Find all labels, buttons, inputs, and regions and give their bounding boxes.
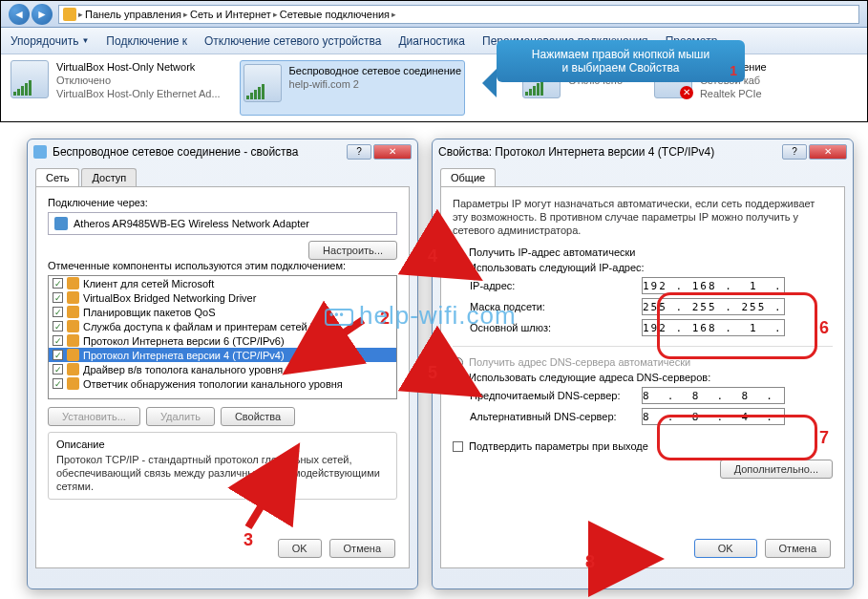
annotation-1: 1 xyxy=(730,63,737,78)
configure-button[interactable]: Настроить... xyxy=(308,241,397,260)
confirm-checkbox[interactable]: Подтвердить параметры при выходе xyxy=(453,440,833,452)
adapter-field: Atheros AR9485WB-EG Wireless Network Ada… xyxy=(48,212,397,235)
net-adapter: VirtualBox Host-Only Ethernet Ad... xyxy=(56,87,221,100)
ip-input[interactable] xyxy=(642,277,785,294)
mask-label: Маска подсети: xyxy=(470,301,632,312)
description-group: Описание Протокол TCP/IP - стандартный п… xyxy=(48,432,397,500)
net-item-vbox[interactable]: VirtualBox Host-Only Network Отключено V… xyxy=(11,60,221,116)
disconnected-icon: ✕ xyxy=(680,86,693,99)
net-status: help-wifi.com 2 xyxy=(289,77,461,91)
remove-button[interactable]: Удалить xyxy=(146,407,215,426)
net-status: Отключено xyxy=(56,74,221,87)
list-item-ipv4[interactable]: ✓Протокол Интернета версии 4 (TCP/IPv4) xyxy=(49,348,396,362)
install-button[interactable]: Установить... xyxy=(48,407,140,426)
list-item[interactable]: ✓Планировщик пакетов QoS xyxy=(49,305,396,319)
menu-organize[interactable]: Упорядочить▼ xyxy=(11,34,89,48)
list-item[interactable]: ✓Служба доступа к файлам и принтерам сет… xyxy=(49,319,396,333)
network-adapter-icon xyxy=(11,60,49,98)
wifi-adapter-icon xyxy=(243,64,282,102)
nav-back-icon[interactable]: ◄ xyxy=(9,4,30,25)
nav-fwd-icon[interactable]: ► xyxy=(32,4,53,25)
net-adapter: Realtek PCIe xyxy=(700,87,767,100)
dialog-title: Свойства: Протокол Интернета версии 4 (T… xyxy=(438,145,782,159)
list-item[interactable]: ✓Драйвер в/в тополога канального уровня xyxy=(49,362,396,376)
radio-dns-auto: Получить адрес DNS-сервера автоматически xyxy=(453,356,833,368)
dialog-icon xyxy=(33,145,47,159)
annotation-4: 4 xyxy=(428,246,437,267)
crumb-1[interactable]: Панель управления xyxy=(85,9,181,20)
adapter-name: Atheros AR9485WB-EG Wireless Network Ada… xyxy=(74,218,309,229)
list-item[interactable]: ✓VirtualBox Bridged Networking Driver xyxy=(49,290,396,305)
net-item-wifi[interactable]: Беспроводное сетевое соединение help-wif… xyxy=(240,60,465,116)
menu-connect[interactable]: Подключение к xyxy=(106,34,187,48)
folder-icon xyxy=(63,8,76,21)
annotation-2: 2 xyxy=(380,309,390,329)
menu-diag[interactable]: Диагностика xyxy=(398,34,465,48)
ipv4-properties-dialog: Свойства: Протокол Интернета версии 4 (T… xyxy=(432,139,854,589)
crumb-2[interactable]: Сеть и Интернет xyxy=(190,9,271,20)
close-button[interactable]: ✕ xyxy=(373,144,412,160)
dns1-input[interactable] xyxy=(642,387,785,404)
annotation-7: 7 xyxy=(819,428,829,448)
help-button[interactable]: ? xyxy=(782,144,807,160)
radio-ip-auto[interactable]: Получить IP-адрес автоматически xyxy=(453,246,833,258)
dns1-label: Предпочитаемый DNS-сервер: xyxy=(470,390,632,401)
description-text: Протокол TCP/IP - стандартный протокол г… xyxy=(56,453,389,493)
annotation-6: 6 xyxy=(819,318,829,338)
dns2-input[interactable] xyxy=(642,408,785,425)
advanced-button[interactable]: Дополнительно... xyxy=(720,460,833,479)
components-label: Отмеченные компоненты используются этим … xyxy=(48,260,397,271)
dns2-label: Альтернативный DNS-сервер: xyxy=(470,411,632,422)
hint-tooltip: Нажимаем правой кнопкой мыши и выбираем … xyxy=(497,40,745,82)
radio-dns-manual[interactable]: Использовать следующие адреса DNS-сервер… xyxy=(453,372,833,383)
properties-button[interactable]: Свойства xyxy=(221,407,295,426)
tooltip-line1: Нажимаем правой кнопкой мыши xyxy=(508,48,733,61)
cancel-button[interactable]: Отмена xyxy=(765,539,831,558)
list-item[interactable]: ✓Протокол Интернета версии 6 (TCP/IPv6) xyxy=(49,333,396,348)
tab-access[interactable]: Доступ xyxy=(81,168,137,186)
gateway-input[interactable] xyxy=(642,319,785,336)
connect-via-label: Подключение через: xyxy=(48,197,397,208)
list-item[interactable]: ✓Ответчик обнаружения топологии канально… xyxy=(49,376,396,391)
ok-button[interactable]: OK xyxy=(278,539,322,558)
dialog-title: Беспроводное сетевое соединение - свойст… xyxy=(53,145,347,159)
help-button[interactable]: ? xyxy=(347,144,371,160)
radio-ip-manual[interactable]: Использовать следующий IP-адрес: xyxy=(453,262,833,273)
crumb-3[interactable]: Сетевые подключения xyxy=(280,9,390,20)
close-button[interactable]: ✕ xyxy=(809,144,847,160)
ok-button[interactable]: OK xyxy=(694,539,757,558)
tab-general[interactable]: Общие xyxy=(440,168,496,186)
description-title: Описание xyxy=(56,439,389,450)
breadcrumb[interactable]: ▸ Панель управления ▸ Сеть и Интернет ▸ … xyxy=(58,5,859,24)
title-bar: Беспроводное сетевое соединение - свойст… xyxy=(28,139,417,164)
tooltip-line2: и выбираем Свойства xyxy=(508,61,733,75)
cancel-button[interactable]: Отмена xyxy=(329,539,395,558)
mask-input[interactable] xyxy=(642,298,785,315)
connection-properties-dialog: Беспроводное сетевое соединение - свойст… xyxy=(27,139,418,589)
adapter-icon xyxy=(54,217,68,230)
info-text: Параметры IP могут назначаться автоматич… xyxy=(453,197,833,237)
title-bar: Свойства: Протокол Интернета версии 4 (T… xyxy=(433,139,853,164)
annotation-3: 3 xyxy=(243,530,253,550)
net-title: Беспроводное сетевое соединение xyxy=(289,64,461,77)
tab-network[interactable]: Сеть xyxy=(35,168,79,186)
net-title: VirtualBox Host-Only Network xyxy=(56,60,221,74)
gateway-label: Основной шлюз: xyxy=(470,322,632,333)
annotation-5: 5 xyxy=(428,363,437,383)
address-bar: ◄ ► ▸ Панель управления ▸ Сеть и Интерне… xyxy=(1,1,867,28)
ip-label: IP-адрес: xyxy=(470,280,632,291)
components-list[interactable]: ✓Клиент для сетей Microsoft ✓VirtualBox … xyxy=(48,275,397,399)
annotation-8: 8 xyxy=(585,552,595,572)
list-item[interactable]: ✓Клиент для сетей Microsoft xyxy=(49,276,396,290)
menu-disable[interactable]: Отключение сетевого устройства xyxy=(204,34,381,48)
